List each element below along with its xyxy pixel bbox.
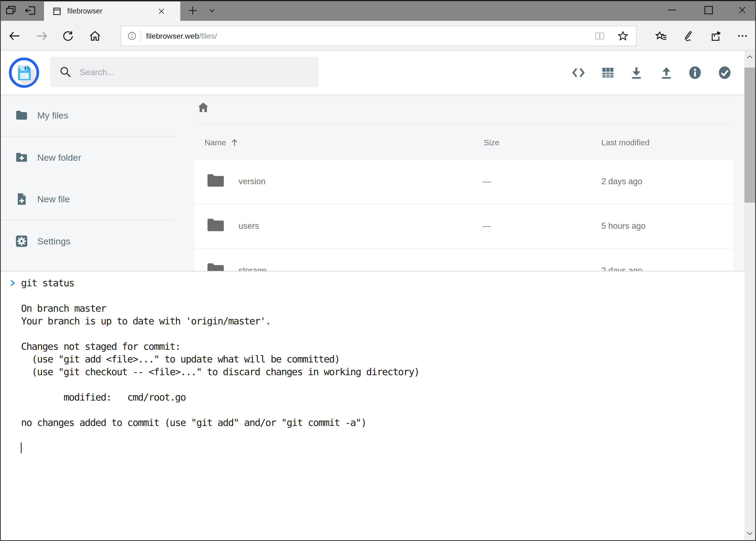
terminal-output-line <box>0 403 744 416</box>
sidebar-item-new-file[interactable]: New file <box>0 178 177 220</box>
sidebar-item-label: New folder <box>37 152 81 163</box>
grid-view-icon <box>601 65 615 80</box>
file-plus-icon <box>15 193 28 206</box>
browser-window: filebrowser <box>0 0 756 541</box>
refresh-button[interactable] <box>59 27 77 45</box>
address-bar[interactable]: filebrowser.web/files/ <box>121 26 637 46</box>
share-icon <box>710 30 722 42</box>
select-multiple-button[interactable] <box>717 65 732 81</box>
gear-icon <box>15 235 28 248</box>
folder-icon <box>15 109 28 122</box>
forward-arrow-icon <box>35 29 48 42</box>
column-header-size-label: Size <box>484 138 499 147</box>
file-name: users <box>239 221 259 231</box>
url-text[interactable]: filebrowser.web/files/ <box>146 32 217 41</box>
window-close-button[interactable] <box>734 1 751 19</box>
file-row[interactable]: users — 5 hours ago <box>194 205 733 248</box>
minimize-icon <box>668 10 676 11</box>
pen-icon <box>681 30 694 42</box>
plus-icon <box>187 5 198 16</box>
download-icon <box>629 65 644 80</box>
terminal-output-line: (use "git checkout -- <file>..." to disc… <box>0 365 744 378</box>
terminal-output-line: Changes not staged for commit: <box>0 340 744 353</box>
terminal-output-line: (use "git add <file>..." to update what … <box>0 353 744 365</box>
terminal-output-line <box>0 378 744 391</box>
scrollbar-thumb[interactable] <box>744 68 755 203</box>
info-button[interactable] <box>687 65 703 81</box>
refresh-icon <box>62 30 74 42</box>
column-header-modified[interactable]: Last modified <box>601 138 649 147</box>
chevron-down-icon <box>207 6 217 15</box>
sort-ascending-icon[interactable] <box>229 137 240 148</box>
page-scrollbar[interactable] <box>744 51 755 541</box>
share-button[interactable] <box>707 27 725 45</box>
file-row[interactable]: version — 2 days ago <box>194 160 733 203</box>
switch-view-button[interactable] <box>600 65 616 81</box>
breadcrumb-home-button[interactable] <box>196 101 210 114</box>
search-icon <box>59 66 72 78</box>
terminal-output-line: Your branch is up to date with 'origin/m… <box>0 315 744 327</box>
column-header-modified-label: Last modified <box>601 138 649 147</box>
ink-notes-button[interactable] <box>679 27 696 45</box>
folder-icon <box>207 218 225 233</box>
window-maximize-button[interactable] <box>700 1 717 19</box>
site-info-icon[interactable] <box>127 31 137 41</box>
new-tab-button[interactable] <box>186 2 199 19</box>
forward-button[interactable] <box>33 27 51 45</box>
browser-tab[interactable]: filebrowser <box>44 2 180 21</box>
sidebar-item-label: New file <box>37 194 70 205</box>
terminal-panel[interactable]: git status On branch master Your branch … <box>0 271 744 541</box>
set-tabs-aside-icon <box>24 5 36 16</box>
favorites-hub-button[interactable] <box>652 27 670 45</box>
terminal-cursor <box>21 442 22 453</box>
tab-title: filebrowser <box>67 7 103 15</box>
tab-preview-button[interactable] <box>4 2 17 19</box>
url-host: filebrowser.web <box>146 32 199 40</box>
raw-view-button[interactable] <box>571 65 586 81</box>
sidebar-item-label: Settings <box>37 236 71 247</box>
scroll-down-icon[interactable] <box>746 529 754 537</box>
sidebar-item-my-files[interactable]: My files <box>0 95 177 136</box>
url-path: /files/ <box>199 32 217 40</box>
reading-view-icon[interactable] <box>594 31 606 42</box>
window-minimize-button[interactable] <box>663 1 681 19</box>
back-button[interactable] <box>6 27 23 45</box>
settings-menu-button[interactable] <box>734 27 751 45</box>
info-circle-icon <box>687 65 702 80</box>
home-button[interactable] <box>86 27 104 45</box>
scroll-up-icon[interactable] <box>746 54 754 61</box>
terminal-output-line: modified: cmd/root.go <box>0 391 744 403</box>
code-icon <box>571 65 586 80</box>
listing-divider <box>195 124 733 124</box>
home-outline-icon <box>89 30 101 42</box>
tab-bar: filebrowser <box>0 0 756 21</box>
column-header-name-label: Name <box>205 138 226 147</box>
check-circle-icon <box>717 65 732 80</box>
search-input[interactable] <box>79 57 312 88</box>
back-arrow-icon <box>8 29 21 42</box>
terminal-output: On branch master Your branch is up to da… <box>0 289 744 429</box>
file-modified: 2 days ago <box>601 177 642 186</box>
download-button[interactable] <box>629 65 644 81</box>
add-favorite-star-icon[interactable] <box>617 30 629 42</box>
column-header-name[interactable]: Name <box>205 138 226 147</box>
set-tabs-aside-button[interactable] <box>24 2 37 19</box>
sidebar-item-settings[interactable]: Settings <box>0 221 177 262</box>
upload-button[interactable] <box>658 65 674 81</box>
file-name: version <box>239 177 266 186</box>
close-icon <box>738 5 747 15</box>
terminal-command: git status <box>21 276 74 289</box>
file-size: — <box>483 221 491 231</box>
prompt-chevron-icon <box>9 279 16 287</box>
file-modified: 5 hours ago <box>601 221 645 231</box>
tab-close-icon[interactable] <box>157 7 165 15</box>
column-header-size[interactable]: Size <box>484 138 499 147</box>
file-size: — <box>483 177 491 186</box>
folder-icon <box>207 173 225 188</box>
terminal-output-line: no changes added to commit (use "git add… <box>0 416 744 429</box>
sidebar-item-new-folder[interactable]: New folder <box>0 137 177 178</box>
address-divider <box>140 30 141 42</box>
filebrowser-logo[interactable] <box>9 58 39 88</box>
tab-list-button[interactable] <box>206 2 219 19</box>
search-bar[interactable] <box>50 57 319 87</box>
